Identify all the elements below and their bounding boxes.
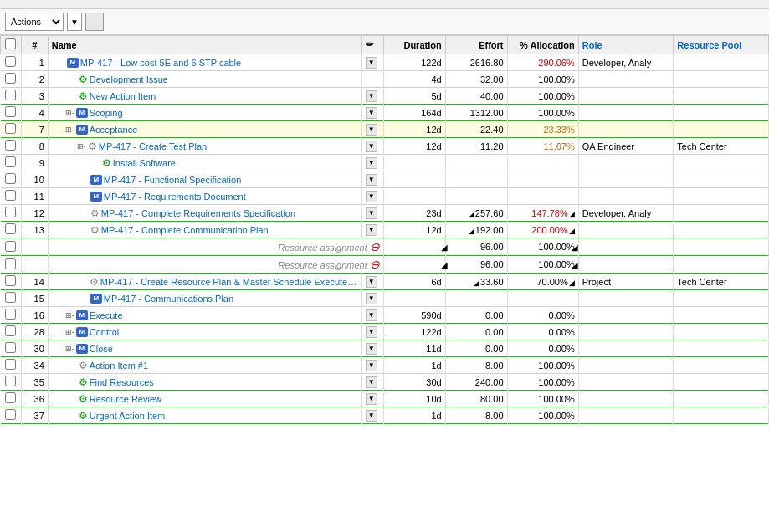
row-duration: 4d xyxy=(383,71,445,88)
row-dropdown[interactable]: ▼ xyxy=(366,191,377,202)
row-name-text[interactable]: Scoping xyxy=(90,108,123,118)
row-checkbox[interactable] xyxy=(5,123,16,134)
row-name-text[interactable]: New Action Item xyxy=(90,91,156,101)
row-name-text[interactable]: MP-417 - Complete Communication Plan xyxy=(101,225,269,235)
apply-button[interactable] xyxy=(85,13,104,31)
expand-icon[interactable]: ⊞- xyxy=(65,125,74,134)
row-checkbox[interactable] xyxy=(5,190,16,201)
table-row: 7 ⊞- M Acceptance ▼ 12d 22.40 23.33% xyxy=(1,121,769,138)
actions-select[interactable]: Actions xyxy=(5,13,64,31)
row-checkbox[interactable] xyxy=(5,173,16,184)
row-checkbox[interactable] xyxy=(5,258,16,269)
menu-layouts[interactable] xyxy=(5,3,12,6)
remove-assignment-icon[interactable]: ⊖ xyxy=(370,258,380,271)
row-dropdown[interactable]: ▼ xyxy=(366,174,377,186)
row-role xyxy=(578,71,674,88)
row-dropdown[interactable]: ▼ xyxy=(366,276,377,288)
row-dropdown[interactable]: ▼ xyxy=(366,309,377,321)
row-dropdown[interactable]: ▼ xyxy=(366,224,377,236)
actions-dropdown-arrow[interactable]: ▼ xyxy=(67,13,82,31)
row-name-text[interactable]: MP-417 - Create Resource Plan & Master S… xyxy=(100,277,358,287)
expand-icon[interactable]: ⊞- xyxy=(65,109,74,117)
row-name-text[interactable]: Close xyxy=(90,344,113,354)
row-name-text[interactable]: Development Issue xyxy=(90,74,168,84)
row-dropdown[interactable]: ▼ xyxy=(366,207,377,219)
row-role xyxy=(578,290,674,307)
task-icon: M xyxy=(76,344,88,354)
remove-assignment-icon[interactable]: ⊖ xyxy=(370,240,380,253)
row-checkbox[interactable] xyxy=(5,56,16,67)
row-duration xyxy=(383,256,445,274)
row-checkbox[interactable] xyxy=(5,106,16,117)
expand-icon[interactable]: ⊞- xyxy=(65,311,74,320)
row-checkbox[interactable] xyxy=(5,90,16,100)
expand-icon[interactable]: ⊞- xyxy=(65,345,74,353)
row-dropdown[interactable]: ▼ xyxy=(366,57,377,69)
row-alloc: 100.00% xyxy=(507,105,578,121)
row-checkbox-cell xyxy=(1,274,22,290)
row-checkbox[interactable] xyxy=(5,376,16,386)
row-dropdown[interactable]: ▼ xyxy=(366,293,377,304)
menu-options[interactable] xyxy=(85,3,92,6)
row-checkbox[interactable] xyxy=(5,292,16,303)
menu-display[interactable] xyxy=(25,3,32,6)
menu-columns[interactable] xyxy=(45,3,52,6)
row-name-text[interactable]: Control xyxy=(90,327,119,337)
row-name-text[interactable]: Install Software xyxy=(113,158,176,168)
row-checkbox[interactable] xyxy=(5,275,16,286)
row-checkbox[interactable] xyxy=(5,392,16,403)
row-checkbox[interactable] xyxy=(5,342,16,353)
row-dropdown[interactable]: ▼ xyxy=(366,343,377,355)
row-name-text[interactable]: MP-417 - Requirements Document xyxy=(104,192,246,202)
row-name-text[interactable]: Resource Review xyxy=(90,394,161,404)
row-effort xyxy=(445,188,507,205)
task-icon: M xyxy=(76,310,88,320)
row-checkbox[interactable] xyxy=(5,207,16,217)
row-name-text[interactable]: MP-417 - Functional Specification xyxy=(104,175,241,185)
row-dropdown[interactable]: ▼ xyxy=(366,141,377,152)
row-checkbox[interactable] xyxy=(5,325,16,336)
row-dropdown[interactable]: ▼ xyxy=(366,157,377,169)
row-name-cell: M MP-417 - Low cost 5E and 6 STP cable xyxy=(48,54,361,71)
row-name-text[interactable]: MP-417 - Complete Requirements Specifica… xyxy=(101,208,295,218)
action-icon: ⚙ xyxy=(79,376,88,388)
gear-icon: ⚙ xyxy=(79,360,88,371)
row-checkbox[interactable] xyxy=(5,359,16,370)
row-effort: ◢ 96.00 xyxy=(445,238,507,256)
row-dropdown[interactable]: ▼ xyxy=(366,393,377,405)
row-duration xyxy=(383,188,445,205)
menu-filters[interactable] xyxy=(65,3,72,6)
row-checkbox[interactable] xyxy=(5,156,16,167)
row-dropdown[interactable]: ▼ xyxy=(366,360,377,371)
select-all-checkbox[interactable] xyxy=(5,38,16,49)
row-name-text[interactable]: Action Item #1 xyxy=(90,361,148,371)
row-checkbox[interactable] xyxy=(5,309,16,320)
row-name-text[interactable]: Urgent Action Item xyxy=(90,411,166,421)
row-role xyxy=(578,324,674,340)
child-expand-icon[interactable]: ⊞- xyxy=(77,142,86,151)
row-name-text[interactable]: Execute xyxy=(90,310,123,320)
row-checkbox[interactable] xyxy=(5,241,16,252)
row-role xyxy=(578,171,674,188)
row-name-text[interactable]: Find Resources xyxy=(90,377,154,387)
row-dropdown[interactable]: ▼ xyxy=(366,376,377,388)
action-icon: ⚙ xyxy=(79,90,88,102)
row-dropdown[interactable]: ▼ xyxy=(366,124,377,136)
row-dropdown[interactable]: ▼ xyxy=(366,326,377,338)
row-name-text[interactable]: Acceptance xyxy=(90,125,137,135)
row-dropdown[interactable]: ▼ xyxy=(366,90,377,102)
row-checkbox[interactable] xyxy=(5,409,16,420)
row-name-text[interactable]: MP-417 - Create Test Plan xyxy=(99,141,207,151)
row-dropdown-cell: ▼ xyxy=(361,155,383,171)
row-name-text[interactable]: MP-417 - Low cost 5E and 6 STP cable xyxy=(80,58,241,68)
action-icon: ⚙ xyxy=(79,393,88,405)
row-name-text[interactable]: MP-417 - Communications Plan xyxy=(104,294,233,304)
row-checkbox[interactable] xyxy=(5,73,16,84)
row-dropdown[interactable]: ▼ xyxy=(366,410,377,422)
row-checkbox-cell xyxy=(1,171,22,188)
row-checkbox[interactable] xyxy=(5,140,16,151)
row-dropdown[interactable]: ▼ xyxy=(366,107,377,119)
task-icon: M xyxy=(90,294,102,304)
expand-icon[interactable]: ⊞- xyxy=(65,328,74,336)
row-checkbox[interactable] xyxy=(5,223,16,234)
